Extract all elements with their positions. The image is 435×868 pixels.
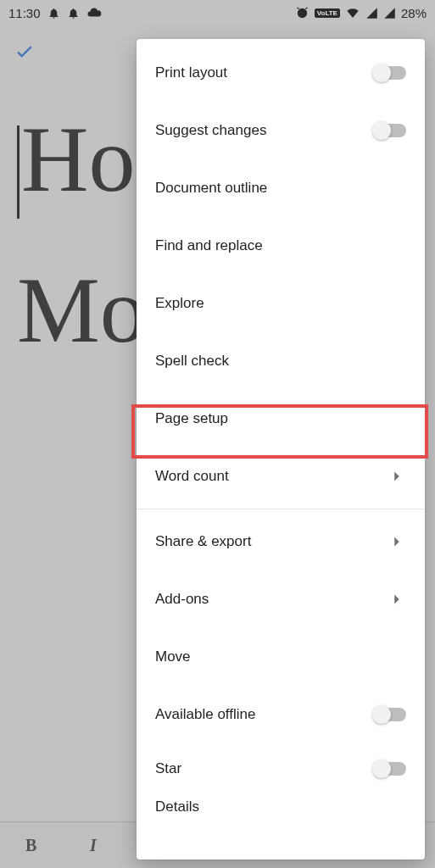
status-bar: 11:30 VoLTE 28% [0, 0, 435, 25]
menu-details[interactable]: Details [137, 794, 425, 820]
chevron-right-icon [388, 532, 406, 551]
alarm-icon [295, 6, 310, 20]
toggle-switch[interactable] [374, 762, 406, 776]
menu-separator [137, 509, 425, 509]
menu-word-count[interactable]: Word count [137, 448, 425, 505]
menu-share-export[interactable]: Share & export [137, 513, 425, 570]
overflow-menu: Print layout Suggest changes Document ou… [137, 39, 425, 860]
menu-item-label: Page setup [155, 410, 406, 427]
menu-item-label: Spell check [155, 353, 406, 370]
menu-item-label: Explore [155, 295, 406, 312]
menu-explore[interactable]: Explore [137, 275, 425, 332]
menu-move[interactable]: Move [137, 628, 425, 686]
menu-item-label: Share & export [155, 533, 388, 550]
menu-item-label: Word count [155, 468, 388, 485]
menu-add-ons[interactable]: Add-ons [137, 570, 425, 628]
volte-badge: VoLTE [315, 8, 340, 18]
menu-available-offline[interactable]: Available offline [137, 686, 425, 743]
menu-item-label: Star [155, 760, 374, 777]
notification-bell-icon [67, 7, 80, 19]
chevron-right-icon [388, 590, 406, 609]
menu-item-label: Print layout [155, 64, 374, 81]
battery-percent: 28% [401, 6, 427, 20]
chevron-right-icon [388, 467, 406, 486]
status-time: 11:30 [8, 6, 41, 20]
signal-icon [365, 7, 378, 19]
menu-item-label: Document outline [155, 180, 406, 197]
wifi-icon [345, 5, 360, 20]
toggle-switch[interactable] [374, 708, 406, 721]
menu-item-label: Details [155, 798, 406, 815]
menu-spell-check[interactable]: Spell check [137, 332, 425, 390]
menu-item-label: Move [155, 648, 406, 665]
menu-document-outline[interactable]: Document outline [137, 159, 425, 217]
signal-icon [383, 7, 396, 19]
menu-print-layout[interactable]: Print layout [137, 44, 425, 102]
menu-item-label: Suggest changes [155, 122, 374, 139]
menu-suggest-changes[interactable]: Suggest changes [137, 102, 425, 159]
toggle-switch[interactable] [374, 66, 406, 80]
toggle-switch[interactable] [374, 124, 406, 137]
cloud-icon [86, 5, 102, 20]
menu-item-label: Available offline [155, 706, 374, 723]
menu-page-setup[interactable]: Page setup [137, 390, 425, 448]
menu-item-label: Add-ons [155, 591, 388, 608]
menu-star[interactable]: Star [137, 743, 425, 794]
menu-item-label: Find and replace [155, 237, 406, 254]
menu-find-replace[interactable]: Find and replace [137, 217, 425, 275]
notification-bell-icon [47, 7, 60, 19]
